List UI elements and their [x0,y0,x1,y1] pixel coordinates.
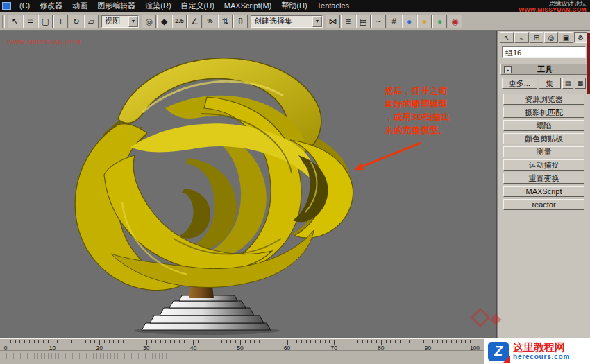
command-panel: ↖≈⊞◎▣⚙ 组16 - 工具 更多... 集 ▤▦ 资源浏览器摄影机匹配塌陷颜… [497,31,590,338]
mirror-icon[interactable]: ⋈ [326,15,340,28]
menu-item[interactable]: (C) [15,1,35,11]
rollout-title: 工具 [514,64,575,75]
schematic-view-icon[interactable]: # [387,15,401,28]
select-rotate-icon[interactable]: ↻ [69,15,83,28]
menu-bar-items: (C)修改器动画图形编辑器渲染(R)自定义(U)MAXScript(M)帮助(H… [15,1,354,11]
hierarchy-tab[interactable]: ⊞ [530,32,543,43]
snap-toggle-icon[interactable]: 2.5 [172,15,187,28]
align-icon[interactable]: ≡ [341,15,355,28]
layer-manager-icon[interactable]: ▤ [356,15,371,28]
collapse-button[interactable]: - [504,66,512,73]
panel-edge-strip [587,33,590,94]
utility-button[interactable]: 塌陷 [503,120,584,131]
track-bar[interactable]: 0102030405060708090100 [0,338,484,351]
chevron-down-icon: ▼ [312,16,322,27]
utility-button[interactable]: 运动捕捉 [503,159,584,171]
utility-button[interactable]: 资源浏览器 [503,94,584,105]
snap-tools-group: ◎◆2.5∠%⇅{} [142,15,248,28]
tutorial-annotation: 然后，打开之前建好的雕塑模型，或用3D扫描出来的完整模型。 [385,85,451,137]
more-button[interactable]: 更多... [502,78,537,89]
select-by-name-icon[interactable]: ≣ [23,15,37,28]
command-panel-tabs: ↖≈⊞◎▣⚙ [498,31,590,44]
selection-tools-group: ↖≣▢+↻▱ [8,15,99,28]
display-tab[interactable]: ▣ [559,32,573,43]
sets-button[interactable]: 集 [539,78,561,89]
toolbar-grip[interactable] [2,15,5,28]
render-preview-icon[interactable]: ● [432,15,447,28]
forum-url: WWW.MISSYUAN.COM [519,7,587,13]
group-name-field[interactable]: 组16 [502,46,586,58]
named-sets-icon[interactable]: {} [233,15,248,28]
tools-rollout-header[interactable]: - 工具 [500,64,587,75]
utility-button[interactable]: MAXScript [503,186,584,197]
render-tools-group: ⋈≡▤~#●●●◉ [326,15,462,28]
select-move-icon[interactable]: + [53,15,68,28]
combo-value: 创建选择集 [254,16,292,26]
track-minor-ticks [3,353,169,359]
curve-editor-icon[interactable]: ~ [371,15,386,28]
menu-item[interactable]: 动画 [67,1,92,11]
utilities-header-row: 更多... 集 ▤▦ [502,78,586,89]
annotation-line: 然后，打开之前 [385,85,451,98]
annotation-line: ，或用3D扫描出 [385,111,451,124]
menu-item[interactable]: 帮助(H) [276,1,312,11]
viewport-watermark: WWW.MISSYUAN.COM [7,39,81,46]
quick-render-icon[interactable]: ◉ [448,15,462,28]
percent-snap-icon[interactable]: % [203,15,217,28]
select-object-icon[interactable]: ↖ [8,15,22,28]
combo-value: 视图 [105,16,120,26]
forum-watermark: 思缘设计论坛 WWW.MISSYUAN.COM [519,1,587,13]
reference-coordsys-combo[interactable]: 视图 ▼ [101,15,139,28]
menu-item[interactable]: MAXScript(M) [219,1,276,11]
modify-tab[interactable]: ≈ [514,32,528,43]
site-domain: herecours.com [513,353,570,361]
chevron-down-icon: ▼ [128,16,138,27]
perspective-viewport[interactable]: WWW.MISSYUAN.COM 然后，打开之前建好的雕塑模型，或用3D扫描出来… [0,31,497,338]
select-manipulate-icon[interactable]: ◆ [157,15,171,28]
utility-button[interactable]: 重置变换 [503,173,584,184]
status-bar [0,351,484,364]
utility-button[interactable]: 颜色剪贴板 [503,133,584,144]
render-setup-icon[interactable]: ● [417,15,432,28]
site-name: 这里教程网 [513,342,570,353]
menu-item[interactable]: 修改器 [35,1,67,11]
site-logo: Z 这里教程网 herecours.com [484,338,590,364]
utility-notes-icon[interactable]: ▦ [575,78,586,89]
material-editor-icon[interactable]: ● [402,15,416,28]
menu-item[interactable]: Tentacles [312,1,354,11]
annotation-line: 来的完整模型。 [385,124,451,137]
spinner-snap-icon[interactable]: ⇅ [218,15,233,28]
utility-button[interactable]: 摄影机匹配 [503,107,584,118]
annotation-arrow [354,143,421,170]
menu-item[interactable]: 渲染(R) [140,1,176,11]
app-icon[interactable] [2,2,11,10]
site-logo-letter: Z [494,343,503,359]
angle-snap-icon[interactable]: ∠ [187,15,202,28]
sculpture-graphic [0,31,497,338]
menu-item[interactable]: 自定义(U) [176,1,219,11]
utility-config-icon[interactable]: ▤ [562,78,573,89]
selection-region-icon[interactable]: ▢ [38,15,53,28]
menu-item[interactable]: 图形编辑器 [92,1,140,11]
utilities-button-list: 资源浏览器摄影机匹配塌陷颜色剪贴板测量运动捕捉重置变换MAXScriptreac… [503,94,584,210]
utility-mini-buttons: ▤▦ [562,78,586,89]
annotation-line: 建好的雕塑模型 [385,98,451,111]
create-tab[interactable]: ↖ [500,32,514,43]
use-pivot-center-icon[interactable]: ◎ [142,15,156,28]
named-selection-combo[interactable]: 创建选择集 ▼ [251,15,323,28]
site-logo-text: 这里教程网 herecours.com [513,342,570,361]
site-logo-icon: Z [488,342,509,361]
main-toolbar: ↖≣▢+↻▱ 视图 ▼ ◎◆2.5∠%⇅{} 创建选择集 ▼ ⋈≡▤~#●●●◉ [0,12,590,31]
utility-button[interactable]: reactor [503,199,584,210]
menu-bar: (C)修改器动画图形编辑器渲染(R)自定义(U)MAXScript(M)帮助(H… [0,0,590,12]
motion-tab[interactable]: ◎ [544,32,558,43]
3dsmax-window: (C)修改器动画图形编辑器渲染(R)自定义(U)MAXScript(M)帮助(H… [0,0,590,364]
select-scale-icon[interactable]: ▱ [84,15,99,28]
utilities-tab[interactable]: ⚙ [574,32,588,43]
utility-button[interactable]: 测量 [503,146,584,157]
